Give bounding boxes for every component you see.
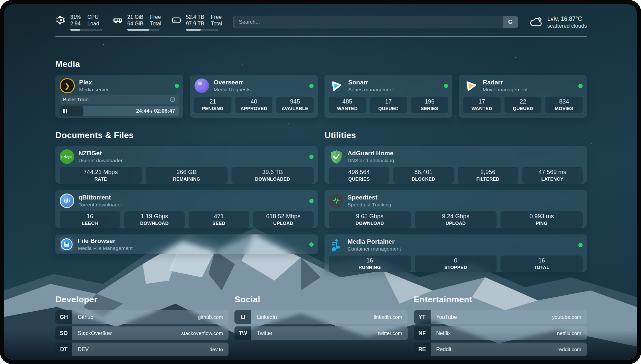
stat-label: DOWNLOAD: [140, 221, 168, 226]
service-desc: Media File Management: [78, 245, 133, 252]
stat-box: 945 AVAILABLE: [276, 97, 314, 113]
stat-box: 47.569 ms LATENCY: [522, 167, 583, 184]
section-social: Social LI LinkedIn linkedin.com TW Twitt…: [234, 294, 408, 359]
bookmark-url: reddit.com: [558, 347, 581, 352]
stat-value: 0: [454, 257, 457, 264]
service-desc: Series management: [348, 86, 394, 93]
service-name: Sonarr: [348, 78, 394, 86]
bookmark-name: Reddit: [436, 347, 451, 352]
memory-total-value: 64 GiB: [127, 20, 143, 27]
search-input[interactable]: [233, 16, 503, 28]
status-dot: [578, 243, 583, 247]
service-name: Overseerr: [214, 78, 251, 86]
section-title-media: Media: [55, 58, 587, 70]
stat-box: 196 SERIES: [411, 97, 448, 113]
stat-box: 39.6 TB DOWNLOADED: [231, 167, 314, 184]
card-plex[interactable]: ❯ Plex Media server Bullet Train: [55, 75, 183, 118]
section-title-social: Social: [234, 294, 408, 305]
stat-value: 0.993 ms: [530, 213, 554, 220]
stat-label: QUERIES: [348, 176, 370, 182]
bookmark-name: Netflix: [436, 330, 451, 336]
cpu-progress-bar: [70, 29, 103, 31]
card-adguard[interactable]: AdGuard Home DNS and adblocking 498,564 …: [324, 146, 587, 184]
stat-box: 485 WANTED: [329, 97, 366, 113]
radarr-icon: [463, 78, 478, 93]
card-portainer[interactable]: Media Portainer Container management 16 …: [324, 234, 587, 272]
top-bar: 31% 2.94 CPU Load: [55, 4, 587, 31]
service-desc: Speedtest Tracking: [348, 201, 391, 208]
memory-progress-bar: [127, 29, 160, 31]
stat-label: LATENCY: [541, 176, 564, 182]
settings-icon[interactable]: [169, 96, 176, 103]
bookmark-twitter[interactable]: TW Twitter twitter.com: [234, 326, 408, 340]
cpu-label: CPU: [87, 14, 99, 20]
dashboard-background: 31% 2.94 CPU Load: [4, 4, 637, 360]
plex-icon: ❯: [60, 78, 75, 93]
bookmark-name: Github: [78, 314, 93, 320]
disk-total-label: Total: [211, 20, 222, 27]
card-speedtest[interactable]: Speedtest Speedtest Tracking 9.65 Gbps D…: [324, 190, 587, 228]
playback-time: 24:44 / 02:06:47: [136, 106, 175, 116]
stat-value: 196: [425, 98, 435, 105]
window-frame: 31% 2.94 CPU Load: [0, 0, 641, 364]
bookmark-reddit[interactable]: RE Reddit reddit.com: [414, 343, 587, 356]
bookmark-youtube[interactable]: YT YouTube youtube.com: [414, 310, 587, 324]
stat-label: WANTED: [337, 106, 357, 111]
qbittorrent-icon: qb: [60, 194, 74, 208]
card-qbittorrent[interactable]: qb qBittorrent Torrent downloader 16 LEE…: [55, 190, 318, 228]
section-entertainment: Entertainment YT YouTube youtube.com NF …: [414, 294, 587, 359]
stat-label: LEECH: [82, 221, 98, 226]
stat-value: 47.569 ms: [538, 169, 566, 176]
playback-progress-bar: 24:44 / 02:06:47: [60, 106, 179, 116]
bookmark-abbr: GH: [55, 310, 72, 324]
cpu-load-value: 2.94: [70, 20, 81, 27]
stat-label: STOPPED: [444, 265, 467, 270]
stat-box: 21 PENDING: [194, 97, 231, 113]
service-name: Speedtest: [348, 194, 391, 201]
stat-box: 618.52 Mbps UPLOAD: [253, 211, 314, 228]
cpu-usage-value: 31%: [70, 14, 81, 20]
card-radarr[interactable]: Radarr Movie management 17 WANTED 22: [459, 75, 587, 118]
service-desc: DNS and adblocking: [348, 157, 394, 164]
bookmark-abbr: TW: [234, 326, 251, 340]
section-utilities: Utilities Ad: [324, 130, 587, 279]
card-sonarr[interactable]: Sonarr Series management 485 WANTED 17: [324, 75, 452, 118]
stat-box: 834 MOVIES: [545, 97, 583, 113]
stat-value: 9.65 Gbps: [356, 213, 383, 220]
bookmark-name: Twitter: [257, 330, 272, 336]
stat-label: FILTERED: [476, 176, 500, 182]
bookmark-github[interactable]: GH Github github.com: [55, 310, 229, 324]
stat-value: 744.21 Mbps: [83, 169, 118, 176]
stat-value: 945: [290, 98, 300, 105]
cpu-load-label: Load: [87, 20, 99, 27]
pause-icon[interactable]: [63, 109, 67, 113]
stat-value: 1.19 Gbps: [141, 213, 168, 220]
bookmark-abbr: SO: [55, 326, 72, 340]
stat-box: 498,564 QUERIES: [329, 167, 389, 184]
bookmark-url: twitter.com: [378, 330, 402, 336]
service-desc: Torrent downloader: [78, 201, 122, 208]
card-overseerr[interactable]: Overseerr Media Requests 21 PENDING 40: [190, 75, 318, 118]
bookmark-linkedin[interactable]: LI LinkedIn linkedin.com: [234, 310, 408, 324]
weather-condition: scattered clouds: [547, 22, 587, 29]
bookmark-abbr: DT: [55, 343, 72, 356]
stat-value: 266 GB: [176, 169, 197, 176]
bookmark-stackoverflow[interactable]: SO StackOverflow stackoverflow.com: [55, 326, 229, 340]
card-nzbget[interactable]: nzbget NZBGet Usenet downloader 744.21 M…: [55, 146, 318, 184]
status-dot: [309, 242, 314, 247]
bookmark-dev[interactable]: DT DEV dev.to: [55, 343, 229, 356]
stat-box: 0 STOPPED: [415, 256, 497, 272]
bookmark-netflix[interactable]: NF Netflix netflix.com: [414, 326, 587, 340]
card-filebrowser[interactable]: File Browser Media File Management: [55, 234, 318, 254]
disk-free-value: 52.4 TB: [186, 14, 204, 20]
section-title-utilities: Utilities: [324, 130, 587, 141]
bookmark-url: linkedin.com: [374, 314, 402, 320]
service-desc: Usenet downloader: [78, 157, 123, 164]
section-media: Media ❯ Plex Media server: [55, 58, 587, 118]
bookmark-url: youtube.com: [552, 314, 581, 320]
stat-box: 17 QUEUED: [370, 97, 407, 113]
stat-box: 16 TOTAL: [501, 256, 583, 272]
disk-widget: 52.4 TB 97.9 TB Free Total: [171, 14, 222, 31]
search-provider-button[interactable]: G: [503, 16, 518, 28]
weather-location-temp: Lviv, 16.87°C: [547, 15, 587, 22]
